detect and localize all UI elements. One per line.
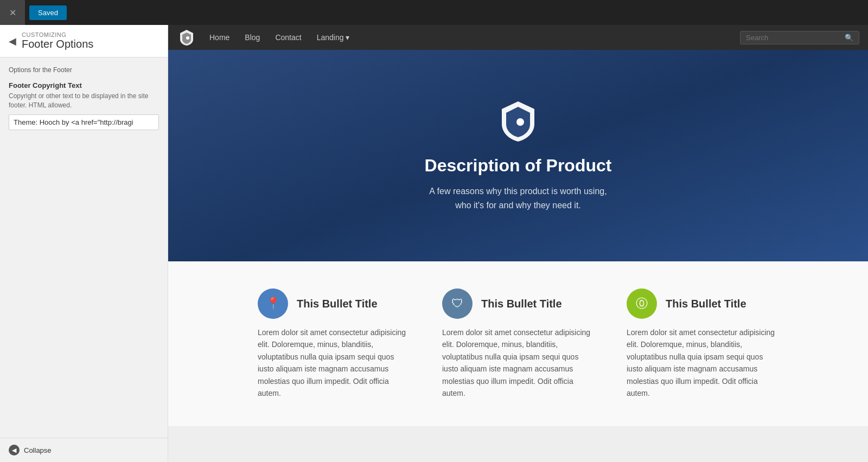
customizing-label: Customizing — [22, 31, 93, 38]
back-arrow-icon: ◀ — [9, 35, 16, 47]
search-icon: 🔍 — [845, 34, 853, 42]
bullets-section: 📍 This Bullet Title Lorem dolor sit amet… — [168, 261, 868, 426]
bullet-header-2: ⓪ This Bullet Title — [627, 288, 778, 319]
nav-contact-link[interactable]: Contact — [269, 30, 308, 45]
bullet-text-1: Lorem dolor sit amet consectetur adipisi… — [442, 326, 594, 399]
footer-copyright-desc: Copyright or other text to be displayed … — [9, 92, 159, 110]
search-input[interactable] — [746, 34, 845, 42]
collapse-button[interactable]: ◀ Collapse — [9, 445, 52, 455]
saved-button[interactable]: Saved — [29, 5, 67, 20]
back-button[interactable]: ◀ — [9, 35, 16, 47]
bullet-item-2: ⓪ This Bullet Title Lorem dolor sit amet… — [627, 288, 778, 399]
nav-blog-link[interactable]: Blog — [238, 30, 266, 45]
footer-copyright-label: Footer Copyright Text — [9, 81, 159, 89]
landing-dropdown-icon: ▾ — [346, 33, 349, 42]
sidebar: ◀ Customizing Footer Options Options for… — [0, 25, 168, 462]
logo-icon — [178, 29, 195, 46]
sidebar-footer: ◀ Collapse — [0, 438, 168, 462]
footer-copyright-input[interactable] — [9, 114, 159, 130]
bullet-icon-1: 🛡 — [442, 288, 473, 319]
bullet-header-0: 📍 This Bullet Title — [258, 288, 410, 319]
bullet-item-0: 📍 This Bullet Title Lorem dolor sit amet… — [258, 288, 410, 399]
bullet-item-1: 🛡 This Bullet Title Lorem dolor sit amet… — [442, 288, 594, 399]
bullet-header-1: 🛡 This Bullet Title — [442, 288, 594, 319]
bullet-text-0: Lorem dolor sit amet consectetur adipisi… — [258, 326, 410, 399]
section-title: Footer Options — [22, 38, 93, 50]
preview-navbar: Home Blog Contact Landing ▾ 🔍 — [168, 25, 868, 50]
options-label: Options for the Footer — [9, 66, 159, 74]
bullet-text-2: Lorem dolor sit amet consectetur adipisi… — [627, 326, 778, 399]
shield-logo-icon — [496, 99, 540, 143]
bullet-title-2: This Bullet Title — [666, 298, 746, 310]
hero-subtitle: A few reasons why this product is worth … — [429, 184, 607, 212]
close-icon: ✕ — [9, 8, 16, 18]
nav-search-bar[interactable]: 🔍 — [740, 31, 859, 44]
bullet-icon-0: 📍 — [258, 288, 288, 319]
bullet-title-1: This Bullet Title — [481, 298, 562, 310]
nav-landing-link[interactable]: Landing ▾ — [310, 30, 356, 45]
svg-point-1 — [516, 118, 524, 126]
bullet-icon-2: ⓪ — [627, 288, 657, 319]
svg-point-0 — [186, 36, 189, 40]
hero-section: Description of Product A few reasons why… — [168, 50, 868, 261]
top-bar: ✕ Saved — [0, 0, 868, 25]
hero-title: Description of Product — [425, 156, 612, 176]
sidebar-content: Options for the Footer Footer Copyright … — [0, 57, 168, 438]
sidebar-header: ◀ Customizing Footer Options — [0, 25, 168, 57]
nav-home-link[interactable]: Home — [203, 30, 236, 45]
header-text: Customizing Footer Options — [22, 31, 93, 50]
close-button[interactable]: ✕ — [0, 0, 25, 25]
bullet-title-0: This Bullet Title — [297, 298, 378, 310]
hero-logo-icon — [496, 99, 540, 143]
main-layout: ◀ Customizing Footer Options Options for… — [0, 25, 868, 462]
collapse-arrow-icon: ◀ — [9, 445, 20, 455]
nav-logo — [177, 28, 196, 47]
collapse-label: Collapse — [24, 446, 52, 454]
preview-area: Home Blog Contact Landing ▾ 🔍 Descriptio… — [168, 25, 868, 462]
